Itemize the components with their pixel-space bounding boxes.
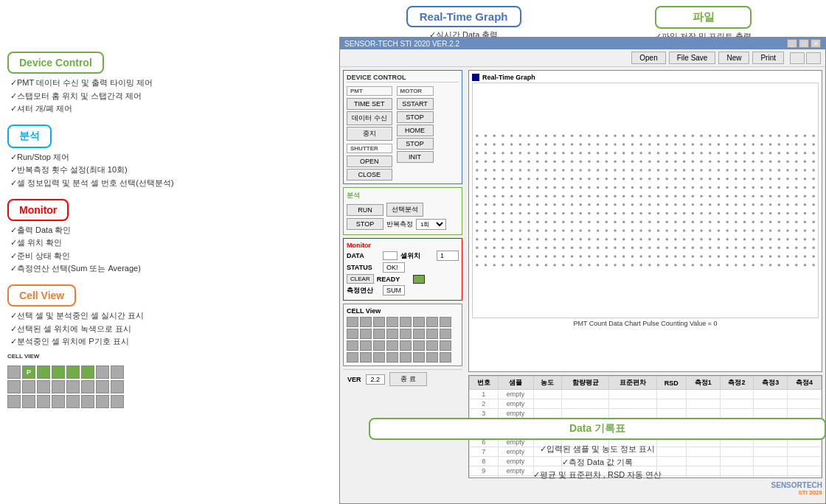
cell-g14[interactable] [413,329,425,339]
svg-point-453 [588,229,591,232]
cell-g2[interactable] [360,317,372,327]
monitor-ready-row: CLEAR READY [347,274,459,284]
open-button[interactable]: Open [631,52,665,64]
new-button[interactable]: New [718,52,749,64]
clear-button[interactable]: CLEAR [347,274,374,284]
svg-point-240 [476,186,479,189]
svg-point-89 [553,152,556,155]
cell-g1[interactable] [347,317,358,327]
svg-point-530 [562,247,565,250]
cell-g9[interactable] [347,329,358,339]
print-button[interactable]: Print [752,52,784,64]
time-set-button[interactable]: TIME SET [347,98,392,110]
cell-g21[interactable] [400,340,412,351]
maximize-button[interactable]: □ [799,39,809,48]
cell-g18[interactable] [360,340,372,351]
svg-point-320 [476,203,479,206]
svg-point-496 [614,238,617,241]
pmt-stop-button[interactable]: 중지 [347,127,392,141]
cell-g17[interactable] [347,340,358,351]
home-button[interactable]: HOME [397,125,434,136]
svg-point-58 [631,143,634,146]
sstart-button[interactable]: SSTART [397,98,434,110]
cell-g11[interactable] [373,329,385,339]
svg-point-160 [476,169,479,172]
stop2-button[interactable]: STOP [397,138,434,150]
repeat-label: 반복측정 [386,220,413,229]
svg-point-361 [485,212,487,215]
cell-g32[interactable] [440,352,451,363]
table-cell-std [609,399,656,409]
minimize-button[interactable]: _ [787,39,797,48]
cell-g3[interactable] [373,317,385,327]
svg-point-347 [709,203,712,206]
cell-g28[interactable] [386,352,398,363]
cell-g16[interactable] [440,329,451,339]
svg-point-153 [760,161,763,164]
svg-point-370 [562,212,565,215]
svg-point-616 [614,264,617,267]
selected-analysis-button[interactable]: 선택분석 [386,203,423,217]
graph-svg [472,83,819,318]
cell-g24[interactable] [440,340,451,351]
svg-point-322 [493,203,496,206]
motor-stop-button[interactable]: STOP [397,111,434,123]
svg-point-310 [735,195,738,197]
cell-g23[interactable] [426,340,438,351]
cell-g6[interactable] [413,317,425,327]
svg-point-79 [812,143,815,146]
svg-point-421 [657,220,660,223]
shutter-open-button[interactable]: OPEN [347,155,392,167]
svg-point-491 [571,238,574,241]
cell-g4[interactable] [386,317,398,327]
close-button[interactable]: ✕ [811,39,821,48]
cell-g5[interactable] [400,317,412,327]
svg-point-350 [735,203,738,206]
svg-point-7 [536,134,539,137]
file-save-button[interactable]: File Save [669,52,716,64]
cell-g29[interactable] [400,352,412,363]
svg-point-264 [683,186,686,189]
cell-g22[interactable] [413,340,425,351]
cell-g8[interactable] [440,317,451,327]
cell-g27[interactable] [373,352,385,363]
analysis-stop-button[interactable]: STOP [347,218,384,230]
cell-g30[interactable] [413,352,425,363]
toolbar-icon1[interactable] [790,52,805,64]
svg-point-581 [657,255,660,258]
svg-point-97 [622,152,625,155]
cell-g31[interactable] [426,352,438,363]
svg-point-602 [493,264,496,267]
repeat-select[interactable]: 1회2회3회4회 5회6회7회8회 9회10회 [416,219,446,230]
svg-point-383 [674,212,677,215]
svg-point-184 [683,169,686,172]
svg-point-101 [657,152,660,155]
svg-point-373 [588,212,591,215]
table-cell-no: 2 [470,399,499,409]
svg-point-90 [562,152,565,155]
realtime-graph-label: Real-Time Graph [406,6,521,27]
cell-g12[interactable] [386,329,398,339]
run-button[interactable]: RUN [347,204,384,216]
shutter-close-button[interactable]: CLOSE [347,169,392,181]
cell-g15[interactable] [426,329,438,339]
file-label: 파일 [655,6,752,29]
cell-g26[interactable] [360,352,372,363]
cell-r3c3 [37,395,50,408]
cell-g7[interactable] [426,317,438,327]
cell-g10[interactable] [360,329,372,339]
toolbar-icon2[interactable] [806,52,821,64]
svg-point-199 [812,169,815,172]
exit-button[interactable]: 종 료 [389,372,427,386]
cell-g20[interactable] [386,340,398,351]
data-receive-button[interactable]: 데이터 수신 [347,111,392,125]
cell-g19[interactable] [373,340,385,351]
cell-g13[interactable] [400,329,412,339]
init-button[interactable]: INIT [397,151,434,163]
svg-point-159 [812,161,815,164]
status-label: STATUS [347,264,380,271]
data-record-label: Data 기록표 [369,418,826,440]
col-no: 번호 [470,377,499,390]
cell-g25[interactable] [347,352,358,363]
table-cell-m2 [720,390,754,399]
